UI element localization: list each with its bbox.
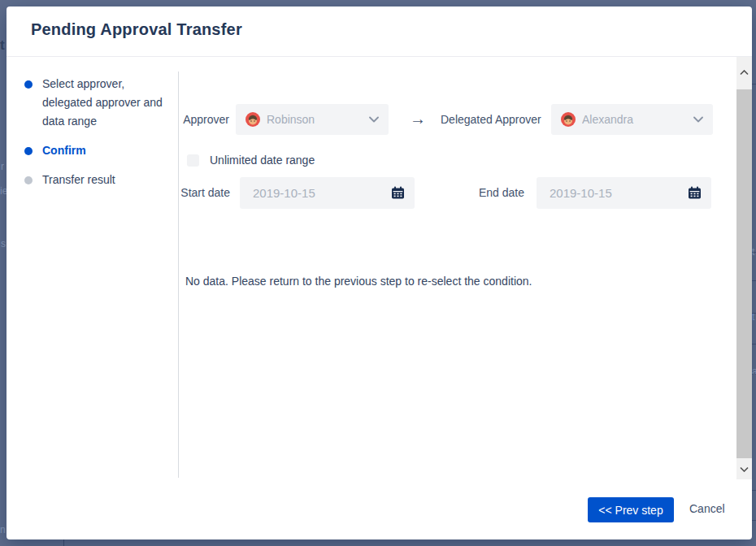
scroll-down-button[interactable]: [736, 459, 752, 479]
unlimited-date-range-checkbox[interactable]: [187, 154, 199, 167]
scroll-down-arrow-icon: [740, 466, 749, 472]
dialog-header: Pending Approval Transfer: [7, 6, 752, 57]
chevron-down-icon: [369, 116, 379, 123]
calendar-icon[interactable]: [688, 186, 702, 200]
step-done-dot-icon: [24, 80, 33, 89]
wizard-steps: Select approver, delegated approver and …: [24, 75, 169, 200]
step-label: Transfer result: [42, 173, 115, 186]
transfer-arrow: →: [402, 110, 434, 128]
pending-approval-transfer-dialog: Pending Approval Transfer Select approve…: [7, 6, 752, 540]
dialog-footer: << Prev step Cancel: [7, 479, 752, 540]
step-label: Confirm: [42, 144, 86, 157]
backdrop-text-fragment: t: [0, 37, 5, 54]
backdrop-text-fragment: a: [752, 366, 756, 377]
start-date-label: Start date: [104, 186, 230, 199]
dialog-title: Pending Approval Transfer: [31, 20, 242, 39]
step-confirm: Confirm: [24, 141, 169, 160]
chevron-down-icon: [693, 116, 703, 123]
backdrop-text-fragment: n: [0, 524, 6, 535]
sidebar-divider: [178, 72, 179, 478]
approver-value: Robinson: [267, 113, 363, 126]
backdrop-divider-line: [63, 540, 64, 546]
backdrop-text-fragment: s: [1, 238, 6, 249]
delegated-approver-label: Delegated Approver: [441, 113, 541, 126]
start-date-input[interactable]: [240, 177, 415, 209]
end-date-input[interactable]: [537, 177, 711, 209]
unlimited-date-range-label: Unlimited date range: [210, 154, 315, 167]
scroll-up-arrow-icon: [740, 70, 749, 76]
approver-select[interactable]: Robinson: [236, 104, 389, 135]
scrollbar-thumb[interactable]: [736, 89, 752, 458]
approver-label: Approver: [104, 113, 229, 126]
no-data-message: No data. Please return to the previous s…: [185, 275, 532, 288]
cancel-button[interactable]: Cancel: [689, 502, 725, 515]
scroll-up-button[interactable]: [736, 57, 752, 88]
dialog-body: Select approver, delegated approver and …: [7, 57, 752, 479]
step-pending-dot-icon: [24, 176, 33, 184]
alexandra-avatar: [561, 112, 576, 127]
step-active-dot-icon: [24, 147, 33, 155]
start-date-field: [240, 177, 415, 209]
delegated-approver-value: Alexandra: [582, 113, 687, 126]
end-date-field: [537, 177, 711, 209]
robinson-avatar: [245, 112, 260, 127]
vertical-scrollbar[interactable]: [736, 57, 752, 479]
delegated-approver-select[interactable]: Alexandra: [551, 104, 713, 135]
end-date-label: End date: [402, 186, 524, 199]
backdrop-text-fragment: r: [1, 161, 4, 172]
prev-step-button[interactable]: << Prev step: [588, 497, 674, 522]
